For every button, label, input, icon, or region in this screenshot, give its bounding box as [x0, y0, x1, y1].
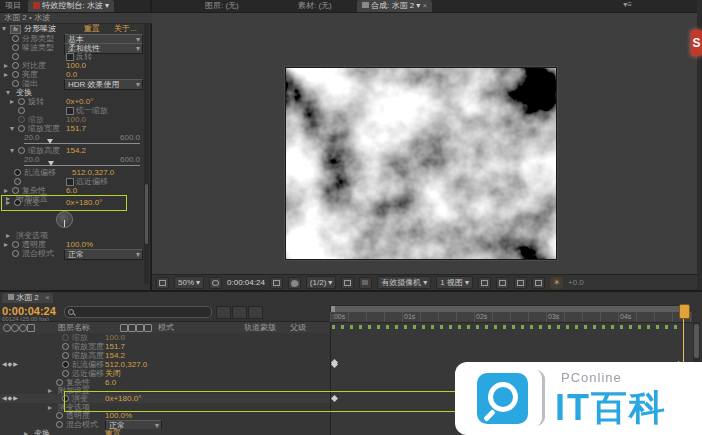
collapse-switch-icon[interactable] [128, 324, 136, 332]
tab-composition[interactable]: 合成: 水面 2 × [357, 0, 432, 12]
shy-switch-icon[interactable] [120, 324, 128, 332]
expander-icon[interactable] [4, 61, 8, 70]
row-value[interactable]: 151.7 [105, 342, 125, 351]
param-offset-turbulence[interactable]: 乱流偏移 512.0,327.0 [0, 168, 144, 177]
stopwatch-icon[interactable] [12, 35, 19, 42]
resolution-dropdown[interactable]: (1/2) [306, 276, 336, 289]
row-value[interactable]: 154.2 [105, 351, 125, 360]
param-value[interactable]: 512.0,327.0 [72, 168, 114, 177]
hide-shy-layers-icon[interactable] [248, 306, 263, 319]
expander-icon[interactable] [6, 198, 10, 207]
param-scale-height[interactable]: 缩放高度 154.2 [0, 146, 144, 155]
column-mode[interactable]: 模式 [158, 322, 174, 333]
group-transform[interactable]: 变换 [0, 88, 144, 97]
param-invert[interactable]: 反转 [0, 52, 144, 61]
composition-image[interactable] [285, 67, 557, 260]
viewer-timecode[interactable]: 0:00:04:24 [227, 278, 265, 287]
expander-icon[interactable] [10, 146, 14, 155]
tab-footage[interactable]: 素材: (无) [293, 0, 337, 12]
tab-layer[interactable]: 图层: (无) [200, 0, 244, 12]
stopwatch-icon[interactable] [14, 178, 21, 185]
column-parent[interactable]: 父级 [290, 322, 306, 333]
param-uniform-scaling[interactable]: 统一缩放 [0, 106, 144, 115]
timeline-tab[interactable]: 水面 2 × [2, 293, 53, 303]
about-link[interactable]: 关于... [114, 24, 137, 33]
slider-track[interactable] [24, 165, 140, 166]
stopwatch-icon[interactable] [62, 361, 69, 368]
timeline-button-icon[interactable] [514, 277, 527, 289]
audio-icon[interactable] [11, 324, 19, 332]
effect-header-row[interactable]: fx 分形噪波 重置 关于... [0, 24, 144, 33]
param-value[interactable]: 151.7 [66, 124, 86, 133]
scrollbar-thumb[interactable] [145, 184, 148, 244]
stopwatch-icon[interactable] [12, 71, 19, 78]
expander-icon[interactable] [10, 124, 14, 133]
close-icon[interactable]: × [45, 293, 50, 303]
stopwatch-icon[interactable] [14, 169, 21, 176]
slider-thumb[interactable] [47, 139, 53, 144]
tab-project[interactable]: 项目 [0, 0, 26, 12]
fast-preview-icon[interactable] [496, 277, 509, 289]
param-value[interactable]: 100.0% [66, 240, 93, 249]
param-rotation[interactable]: 旋转 0x+0.0° [0, 97, 144, 106]
scale-width-slider[interactable]: 20.0 600.0 [0, 133, 144, 145]
expander-icon[interactable] [10, 97, 14, 106]
stopwatch-icon[interactable] [62, 334, 69, 341]
stopwatch-icon[interactable] [56, 379, 63, 386]
panel-menu-icon[interactable]: ▾≡ [623, 0, 632, 9]
reset-exposure-icon[interactable]: ☀ [550, 277, 563, 289]
stopwatch-icon[interactable] [62, 343, 69, 350]
stopwatch-icon[interactable] [62, 352, 69, 359]
stopwatch-icon[interactable] [12, 187, 19, 194]
param-contrast[interactable]: 对比度 100.0 [0, 61, 144, 70]
stopwatch-icon[interactable] [12, 80, 19, 87]
column-track-matte[interactable]: 轨道蒙版 [244, 322, 276, 333]
current-time-indicator-head[interactable] [679, 304, 690, 319]
expander-icon[interactable] [2, 24, 6, 33]
param-brightness[interactable]: 亮度 0.0 [0, 70, 144, 79]
grid-guides-icon[interactable] [156, 277, 169, 289]
time-ruler[interactable]: :00s 01s 02s 03s 04s [330, 312, 692, 323]
composition-mini-flowchart-icon[interactable] [216, 306, 231, 319]
pixel-aspect-icon[interactable] [478, 277, 491, 289]
param-scale-width[interactable]: 缩放宽度 151.7 [0, 124, 144, 133]
stopwatch-icon[interactable] [18, 98, 25, 105]
param-fractal-type[interactable]: 分形类型 基本 [0, 34, 144, 43]
blending-mode-dropdown[interactable]: 正常 [64, 249, 143, 260]
close-icon[interactable]: × [423, 1, 428, 10]
stopwatch-icon[interactable] [18, 107, 25, 114]
lock-icon[interactable] [27, 324, 35, 332]
snapshot-icon[interactable] [270, 277, 283, 289]
stopwatch-icon[interactable] [56, 421, 63, 428]
tab-effect-controls[interactable]: 特效控制台: 水波 [28, 0, 114, 12]
keyframe-dots-row[interactable] [332, 325, 684, 329]
region-of-interest-icon[interactable] [341, 277, 354, 289]
reset-link[interactable]: 重置 [105, 429, 121, 435]
stopwatch-icon[interactable] [62, 370, 69, 377]
safe-zones-icon[interactable] [209, 277, 222, 289]
slider-thumb[interactable] [48, 161, 54, 166]
uniform-scaling-checkbox[interactable] [66, 107, 74, 115]
evolution-dial[interactable] [56, 211, 73, 228]
param-value[interactable]: 154.2 [66, 146, 86, 155]
magnification-dropdown[interactable]: 50% [174, 276, 204, 289]
video-visibility-icon[interactable] [3, 324, 11, 332]
effect-switch-icon[interactable] [144, 324, 152, 332]
stopwatch-icon[interactable] [12, 241, 19, 248]
expander-icon[interactable] [4, 70, 8, 79]
expander-icon[interactable] [4, 240, 8, 249]
row-value[interactable]: 512.0,327.0 [105, 360, 147, 369]
stopwatch-icon[interactable] [18, 147, 25, 154]
transparency-grid-icon[interactable] [359, 277, 372, 289]
effect-panel-scrollbar[interactable] [144, 24, 149, 284]
expander-icon[interactable] [6, 231, 10, 240]
stopwatch-icon[interactable] [18, 125, 25, 132]
view-layout-dropdown[interactable]: 1 视图 [436, 276, 473, 289]
timeline-search-input[interactable] [64, 306, 212, 318]
group-evolution-options[interactable]: 演变选项 [0, 231, 144, 240]
param-perspective-offset[interactable]: 远近偏移 [0, 177, 144, 186]
row-value[interactable]: 100.0% [105, 411, 132, 420]
quality-switch-icon[interactable] [136, 324, 144, 332]
exposure-value[interactable]: +0.0 [568, 278, 584, 287]
effect-name[interactable]: 分形噪波 [24, 24, 56, 33]
